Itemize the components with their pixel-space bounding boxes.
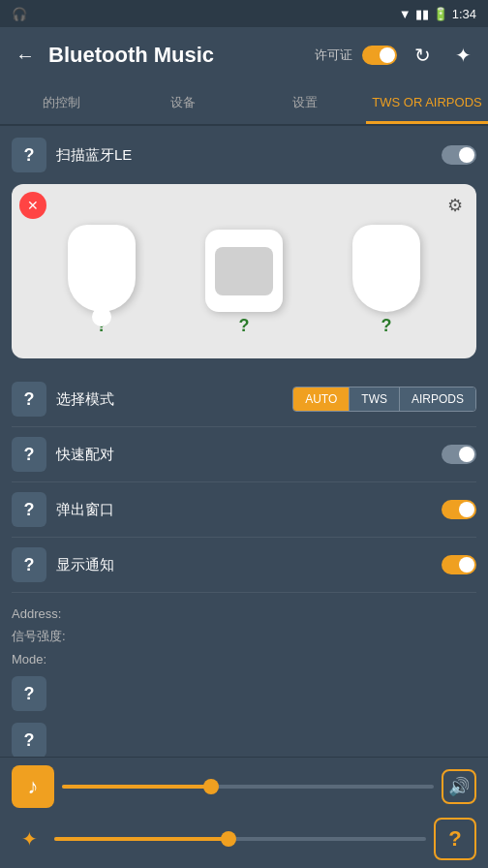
left-earbud: ? [68, 225, 136, 336]
popup-left: ? 弹出窗口 [12, 492, 114, 527]
left-earbud-shape [68, 225, 136, 312]
right-earbud-shape [352, 225, 420, 312]
fast-pair-row: ? 快速配对 [12, 427, 476, 482]
right-battery-icon: ? [381, 316, 392, 336]
music-button[interactable]: ♪ [12, 765, 54, 808]
headphone-icon: 🎧 [12, 7, 27, 21]
bottom-help-icon-2[interactable]: ? [12, 723, 46, 758]
signal-row: 信号强度: [12, 625, 476, 647]
bt-slider-fill [54, 837, 229, 841]
tab-tws[interactable]: TWS OR AIRPODS [366, 83, 488, 124]
volume-slider-track[interactable] [62, 785, 434, 789]
volume-slider-thumb[interactable] [203, 779, 219, 794]
time-label: 1:34 [452, 7, 476, 21]
scan-label: 扫描蓝牙LE [56, 146, 132, 165]
volume-row: ♪ 🔊 [12, 765, 476, 808]
bluetooth-row: ✦ ? [12, 818, 476, 860]
mode-row: ? 选择模式 AUTO TWS AIRPODS [12, 372, 476, 427]
bluetooth-icon: ✦ [12, 822, 46, 856]
case-body [205, 230, 283, 312]
mode-info-row: Mode: [12, 648, 476, 670]
address-row: Address: [12, 603, 476, 625]
info-section: Address: 信号强度: Mode: [12, 593, 476, 670]
main-content: ? 扫描蓝牙LE ✕ ⚙ ? ? ? [0, 126, 488, 775]
bt-slider-track[interactable] [54, 837, 426, 841]
mode-left: ? 选择模式 [12, 382, 114, 417]
case-container: ? [205, 230, 283, 336]
notifications-toggle[interactable] [442, 555, 476, 574]
license-toggle[interactable] [362, 46, 397, 65]
notifications-label: 显示通知 [56, 556, 114, 574]
tab-settings[interactable]: 设置 [244, 83, 366, 124]
popup-label: 弹出窗口 [56, 501, 114, 519]
back-button[interactable]: ← [10, 40, 41, 71]
airpods-card: ✕ ⚙ ? ? ? [12, 184, 476, 358]
scan-help-icon[interactable]: ? [12, 138, 46, 172]
status-left: 🎧 [12, 7, 27, 21]
page-title: Bluetooth Music [48, 43, 307, 68]
popup-row: ? 弹出窗口 [12, 482, 476, 538]
bt-slider-thumb[interactable] [221, 831, 236, 847]
tab-controls[interactable]: 的控制 [0, 83, 122, 124]
mode-auto-button[interactable]: AUTO [293, 388, 350, 411]
fast-pair-left: ? 快速配对 [12, 437, 114, 472]
notifications-left: ? 显示通知 [12, 547, 114, 582]
scan-left: ? 扫描蓝牙LE [12, 138, 132, 172]
header: ← Bluetooth Music 许可证 ↻ ✦ [0, 27, 488, 83]
tab-bar: 的控制 设备 设置 TWS OR AIRPODS [0, 83, 488, 126]
refresh-button[interactable]: ↻ [407, 40, 438, 71]
battery-icon: 🔋 [433, 7, 448, 21]
fast-pair-help-icon[interactable]: ? [12, 437, 46, 472]
case-battery-icon: ? [239, 316, 250, 336]
mode-airpods-button[interactable]: AIRPODS [400, 388, 475, 411]
scan-toggle[interactable] [442, 145, 476, 165]
notifications-row: ? 显示通知 [12, 538, 476, 593]
status-bar: 🎧 ▼ ▮▮ 🔋 1:34 [0, 0, 488, 27]
mode-help-icon[interactable]: ? [12, 382, 46, 417]
tab-devices[interactable]: 设备 [122, 83, 244, 124]
scan-row: ? 扫描蓝牙LE [12, 138, 476, 172]
volume-slider-fill [62, 785, 211, 789]
card-settings-button[interactable]: ⚙ [442, 192, 469, 219]
bottom-help-icon-1[interactable]: ? [12, 676, 46, 711]
header-actions: 许可证 ↻ ✦ [315, 40, 478, 71]
airpods-visual: ? ? ? [23, 196, 465, 346]
card-close-button[interactable]: ✕ [19, 192, 46, 219]
right-earbud: ? [352, 225, 420, 336]
mode-label: 选择模式 [56, 390, 114, 409]
popup-toggle[interactable] [442, 500, 476, 519]
status-right: ▼ ▮▮ 🔋 1:34 [399, 7, 476, 21]
signal-icon: ▮▮ [415, 7, 429, 21]
notifications-help-icon[interactable]: ? [12, 547, 46, 582]
popup-help-icon[interactable]: ? [12, 492, 46, 527]
bottom-help-circle[interactable]: ? [434, 818, 476, 860]
volume-icon-button[interactable]: 🔊 [442, 769, 476, 804]
mode-buttons: AUTO TWS AIRPODS [292, 387, 476, 412]
license-label: 许可证 [315, 46, 352, 64]
bottom-help-row: ? [12, 670, 476, 717]
fast-pair-toggle[interactable] [442, 445, 476, 464]
bluetooth-header-icon[interactable]: ✦ [447, 40, 478, 71]
mode-tws-button[interactable]: TWS [350, 388, 400, 411]
case-inner [215, 247, 273, 295]
bottom-bar: ♪ 🔊 ✦ ? [0, 757, 488, 868]
wifi-icon: ▼ [399, 7, 412, 21]
fast-pair-label: 快速配对 [56, 446, 114, 464]
